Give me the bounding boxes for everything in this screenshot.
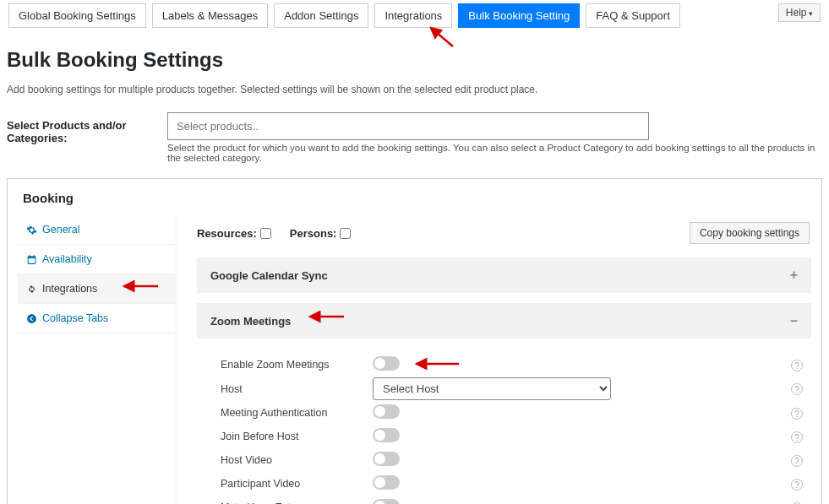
page-title: Bulk Booking Settings [7, 48, 829, 72]
sidebar-item-label: General [42, 224, 79, 236]
booking-heading: Booking [18, 189, 79, 212]
sidebar-item-general[interactable]: General [18, 215, 176, 245]
calendar-icon [26, 254, 37, 265]
accordion-zoom-meetings[interactable]: Zoom Meetings – [197, 303, 811, 339]
meeting-auth-label: Meeting Authentication [221, 407, 373, 419]
help-icon[interactable]: ? [791, 479, 803, 490]
top-tabs: Global Booking Settings Labels & Message… [5, 0, 824, 28]
chevron-left-icon [26, 313, 37, 324]
zoom-settings-body: Enable Zoom Meetings ? Host Select Host … [197, 349, 811, 504]
tab-bulk-booking[interactable]: Bulk Booking Setting [458, 3, 580, 28]
minus-icon: – [790, 313, 798, 328]
resources-checkbox-wrap[interactable]: Resources: [197, 227, 271, 240]
tab-faq-support[interactable]: FAQ & Support [586, 3, 679, 28]
sidebar: General Availability Integrations Collap… [18, 215, 177, 504]
host-select[interactable]: Select Host [373, 377, 611, 400]
persons-label: Persons: [290, 227, 337, 240]
page-description: Add booking settings for multiple produc… [7, 84, 829, 95]
accordion-google-calendar[interactable]: Google Calendar Sync + [197, 257, 811, 293]
participant-video-toggle[interactable] [373, 475, 400, 490]
booking-panel: Booking General Availability Integration… [7, 178, 822, 504]
tab-addon-settings[interactable]: Addon Settings [274, 3, 368, 28]
annotation-arrow-icon [119, 279, 161, 294]
sidebar-item-integrations[interactable]: Integrations [18, 274, 176, 304]
host-video-toggle[interactable] [373, 452, 400, 466]
join-before-host-label: Join Before Host [221, 431, 373, 442]
help-icon[interactable]: ? [791, 383, 803, 395]
plus-icon: + [790, 268, 798, 283]
enable-zoom-label: Enable Zoom Meetings [221, 359, 373, 371]
sidebar-item-label: Integrations [42, 283, 97, 295]
accordion-title: Google Calendar Sync [210, 269, 328, 282]
resources-label: Resources: [197, 227, 257, 240]
copy-booking-button[interactable]: Copy booking settings [690, 222, 810, 244]
svg-line-0 [431, 28, 453, 46]
annotation-arrow-icon [424, 24, 456, 50]
refresh-icon [26, 284, 37, 295]
tab-global-booking[interactable]: Global Booking Settings [8, 3, 146, 28]
help-icon[interactable]: ? [791, 408, 803, 420]
host-video-label: Host Video [221, 454, 373, 466]
persons-checkbox[interactable] [340, 228, 351, 239]
participant-video-label: Participant Video [221, 478, 373, 490]
select-products-input[interactable]: Select products.. [167, 112, 649, 140]
host-label: Host [221, 383, 373, 395]
help-icon[interactable]: ? [791, 455, 803, 467]
persons-checkbox-wrap[interactable]: Persons: [290, 227, 352, 240]
tab-labels-messages[interactable]: Labels & Messages [152, 3, 268, 28]
annotation-arrow-icon [412, 356, 462, 371]
help-button[interactable]: Help [778, 3, 821, 22]
enable-zoom-toggle[interactable] [373, 356, 400, 371]
sidebar-item-label: Collapse Tabs [42, 312, 108, 324]
help-icon[interactable]: ? [791, 360, 803, 371]
join-before-host-toggle[interactable] [373, 428, 400, 442]
annotation-arrow-icon [305, 309, 347, 324]
tab-integrations[interactable]: Integrations [374, 3, 452, 28]
svg-point-2 [27, 314, 36, 323]
select-products-help: Select the product for which you want to… [167, 143, 829, 163]
help-icon[interactable]: ? [791, 431, 803, 443]
resources-checkbox[interactable] [260, 228, 271, 239]
meeting-auth-toggle[interactable] [373, 404, 400, 419]
gear-icon [26, 225, 37, 236]
sidebar-item-availability[interactable]: Availability [18, 245, 176, 274]
accordion-title: Zoom Meetings [210, 315, 291, 328]
sidebar-item-collapse[interactable]: Collapse Tabs [18, 304, 176, 333]
mute-upon-entry-toggle[interactable] [373, 499, 400, 504]
sidebar-item-label: Availability [42, 253, 92, 265]
select-products-label: Select Products and/or Categories: [7, 112, 167, 144]
